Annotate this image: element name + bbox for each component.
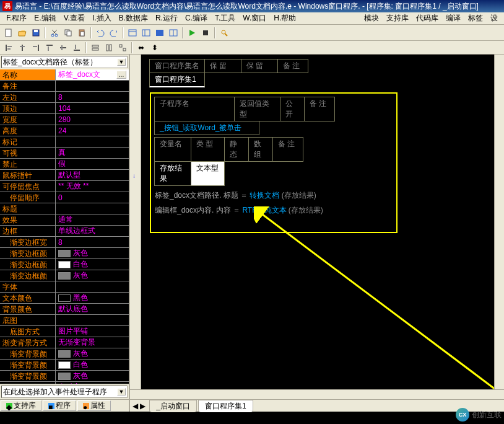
menu-support-lib[interactable]: 支持库 xyxy=(383,12,412,25)
code-editor[interactable]: ↓ 窗口程序集名 保 留 保 留 备 注 窗口程序集1 子程序名 返回值类型 公 xyxy=(130,55,504,399)
property-row[interactable]: 渐变边框颜色灰色 xyxy=(0,270,129,281)
tab-program[interactable]: ■程序 xyxy=(43,400,76,411)
find-button[interactable] xyxy=(218,27,230,39)
redo-button[interactable] xyxy=(108,27,120,39)
dist-h-button[interactable]: ⬌ xyxy=(135,42,147,54)
property-value[interactable] xyxy=(56,281,129,292)
property-value[interactable]: 白色 xyxy=(56,360,129,370)
property-row[interactable]: 禁止假 xyxy=(0,159,129,170)
property-value[interactable]: 真 xyxy=(56,148,129,158)
property-row[interactable]: 文本颜色黑色 xyxy=(0,293,129,304)
ellipsis-button[interactable]: ... xyxy=(116,71,126,79)
property-row[interactable]: 渐变边框宽度8 xyxy=(0,237,129,248)
property-value[interactable]: 24 xyxy=(56,125,129,136)
property-value[interactable]: 280 xyxy=(56,114,129,125)
menu-database[interactable]: B.数据库 xyxy=(115,12,152,25)
property-row[interactable]: 高度24 xyxy=(0,125,129,136)
same-width-button[interactable] xyxy=(89,42,102,54)
menu-program[interactable]: F.程序 xyxy=(2,12,30,25)
property-value[interactable] xyxy=(56,315,129,325)
property-value[interactable]: 灰色 xyxy=(56,270,129,281)
property-value[interactable]: 灰色 xyxy=(56,348,129,359)
property-row[interactable]: 渐变边框颜色灰色 xyxy=(0,248,129,259)
scrollbar-horizontal[interactable] xyxy=(130,389,504,399)
tab-support-lib[interactable]: ◆支持库 xyxy=(1,400,41,411)
property-value[interactable]: 灰色 xyxy=(56,248,129,258)
open-button[interactable] xyxy=(16,27,28,39)
save-button[interactable] xyxy=(30,27,42,39)
same-height-button[interactable] xyxy=(103,42,115,54)
paste-button[interactable] xyxy=(76,27,88,39)
property-value[interactable] xyxy=(56,136,129,147)
align-top-button[interactable] xyxy=(43,42,56,54)
property-row[interactable]: 底图方式图片平铺 xyxy=(0,326,129,337)
property-row[interactable]: 效果通常 xyxy=(0,214,129,226)
property-value[interactable]: 通常 xyxy=(56,214,129,225)
property-row[interactable]: 底图 xyxy=(0,315,129,326)
event-select[interactable]: 在此处选择加入事件处理子程序 ▼ xyxy=(1,386,128,398)
code-line-2[interactable]: 编辑框_docx内容. 内容 ＝ RTF到纯文本 (存放结果) xyxy=(155,205,393,216)
property-value[interactable]: 0 xyxy=(56,192,129,203)
sub-name[interactable]: _按钮_读取Word_被单击 xyxy=(154,121,259,135)
property-row[interactable]: 可视真 xyxy=(0,148,129,159)
tab-program-set[interactable]: 窗口程序集1 xyxy=(198,400,253,412)
tab-start-window[interactable]: _启动窗口 xyxy=(149,400,197,412)
property-value[interactable]: 白色 xyxy=(56,259,129,270)
property-row[interactable]: 名称标签_docx文... xyxy=(0,69,129,81)
align-right-button[interactable] xyxy=(30,42,42,54)
property-row[interactable]: 标题 xyxy=(0,203,129,214)
menu-compile[interactable]: C.编译 xyxy=(181,12,211,25)
menu-insert[interactable]: I.插入 xyxy=(89,12,115,25)
property-row[interactable]: 渐变边框颜色白色 xyxy=(0,259,129,270)
property-row[interactable]: 鼠标指针默认型 xyxy=(0,170,129,181)
menu-window[interactable]: W.窗口 xyxy=(239,12,270,25)
property-value[interactable]: 104 xyxy=(56,103,129,113)
property-value[interactable] xyxy=(56,203,129,214)
same-size-button[interactable] xyxy=(116,42,129,54)
property-value[interactable]: 图片平铺 xyxy=(56,326,129,337)
program-set-name[interactable]: 窗口程序集1 xyxy=(149,73,205,87)
menu-compile-r[interactable]: 编译 xyxy=(442,12,464,25)
menu-run[interactable]: R.运行 xyxy=(152,12,181,25)
property-row[interactable]: 标记 xyxy=(0,136,129,148)
tab-properties[interactable]: ●属性 xyxy=(77,400,111,411)
align-center-h-button[interactable] xyxy=(16,42,28,54)
property-value[interactable]: 无渐变背景 xyxy=(56,337,129,348)
undo-button[interactable] xyxy=(94,27,106,39)
menu-code-lib[interactable]: 代码库 xyxy=(412,12,442,25)
var-row[interactable]: 存放结果 文本型 xyxy=(155,162,393,186)
property-row[interactable]: 左边8 xyxy=(0,92,129,103)
property-row[interactable]: 渐变背景颜色灰色 xyxy=(0,371,129,382)
menu-settings[interactable]: 设 xyxy=(487,12,502,25)
property-row[interactable]: 宽度280 xyxy=(0,114,129,125)
layout2-button[interactable] xyxy=(140,27,152,39)
property-value[interactable]: 默认型 xyxy=(56,170,129,180)
property-value[interactable]: 标签_docx文... xyxy=(56,69,129,80)
copy-button[interactable] xyxy=(62,27,74,39)
run-button[interactable] xyxy=(186,27,198,39)
property-row[interactable]: 渐变背景颜色灰色 xyxy=(0,348,129,360)
property-row[interactable]: 可停留焦点** 无效 ** xyxy=(0,181,129,192)
menu-edit[interactable]: E.编辑 xyxy=(30,12,59,25)
property-row[interactable]: 渐变背景颜色白色 xyxy=(0,360,129,371)
menu-tags[interactable]: 标签 xyxy=(464,12,487,25)
layout1-button[interactable] xyxy=(126,27,139,39)
properties-table[interactable]: 名称标签_docx文...备注左边8顶边104宽度280高度24标记可视真禁止假… xyxy=(0,69,129,384)
align-left-button[interactable] xyxy=(2,42,15,54)
scrollbar-vertical[interactable] xyxy=(494,55,504,399)
property-row[interactable]: 备注 xyxy=(0,81,129,92)
layout4-button[interactable] xyxy=(167,27,180,39)
menu-module[interactable]: 模块 xyxy=(360,12,383,25)
code-line-1[interactable]: 标签_docx文档路径. 标题 ＝ 转换文档 (存放结果) xyxy=(155,190,393,201)
property-value[interactable]: 假 xyxy=(56,159,129,169)
component-select[interactable]: 标签_docx文档路径（标签） ▼ xyxy=(1,56,128,68)
stop-button[interactable] xyxy=(199,27,212,39)
property-value[interactable]: 8 xyxy=(56,237,129,247)
property-value[interactable]: ** 无效 ** xyxy=(56,181,129,192)
layout3-button[interactable] xyxy=(154,27,166,39)
menu-help[interactable]: H.帮助 xyxy=(270,12,300,25)
property-row[interactable]: 背景颜色默认底色 xyxy=(0,304,129,315)
property-value[interactable]: 默认底色 xyxy=(56,304,129,314)
property-value[interactable]: 单线边框式 xyxy=(56,226,129,236)
new-button[interactable] xyxy=(2,27,15,39)
